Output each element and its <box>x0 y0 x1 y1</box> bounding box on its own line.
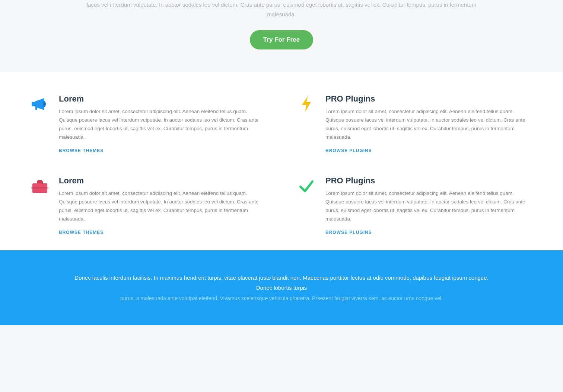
feature-desc-lorem-2: Lorem ipsum dolor sit amet, consectetur … <box>59 189 267 224</box>
browse-themes-link-1[interactable]: BROWSE THEMES <box>59 148 104 153</box>
feature-item-pro-plugins-2: PRO Plugins Lorem ipsum dolor sit amet, … <box>296 176 533 235</box>
feature-item-lorem-2: Lorem Lorem ipsum dolor sit amet, consec… <box>30 176 267 235</box>
feature-title-pro-plugins-1: PRO Plugins <box>325 94 533 104</box>
features-grid: Lorem Lorem ipsum dolor sit amet, consec… <box>30 94 533 235</box>
top-section: lacus vel interdum vulputate. In auctor … <box>0 0 563 72</box>
feature-desc-lorem-1: Lorem ipsum dolor sit amet, consectetur … <box>59 107 267 142</box>
lightning-icon <box>296 94 317 114</box>
feature-content-lorem-1: Lorem Lorem ipsum dolor sit amet, consec… <box>59 94 267 154</box>
svg-rect-5 <box>37 181 42 183</box>
svg-point-2 <box>43 101 46 107</box>
footer-text-secondary: purus, a malesuada ante volutpat eleifen… <box>74 294 489 303</box>
svg-rect-0 <box>32 102 35 106</box>
top-body-text: lacus vel interdum vulputate. In auctor … <box>74 0 489 19</box>
megaphone-icon <box>30 94 50 114</box>
feature-content-pro-plugins-1: PRO Plugins Lorem ipsum dolor sit amet, … <box>325 94 533 154</box>
footer-section: Donec iaculis interdum facilisis. In max… <box>0 250 563 325</box>
briefcase-icon <box>30 176 50 196</box>
feature-item-lorem-1: Lorem Lorem ipsum dolor sit amet, consec… <box>30 94 267 154</box>
feature-desc-pro-plugins-2: Lorem ipsum dolor sit amet, consectetur … <box>325 189 533 224</box>
features-section: Lorem Lorem ipsum dolor sit amet, consec… <box>0 72 563 250</box>
svg-rect-1 <box>35 106 37 110</box>
browse-plugins-link-1[interactable]: BROWSE PLUGINS <box>325 148 372 153</box>
feature-item-pro-plugins-1: PRO Plugins Lorem ipsum dolor sit amet, … <box>296 94 533 154</box>
feature-desc-pro-plugins-1: Lorem ipsum dolor sit amet, consectetur … <box>325 107 533 142</box>
browse-themes-link-2[interactable]: BROWSE THEMES <box>59 230 104 235</box>
browse-plugins-link-2[interactable]: BROWSE PLUGINS <box>325 230 372 235</box>
feature-content-lorem-2: Lorem Lorem ipsum dolor sit amet, consec… <box>59 176 267 235</box>
footer-text-primary: Donec iaculis interdum facilisis. In max… <box>74 273 489 293</box>
feature-title-lorem-2: Lorem <box>59 176 267 186</box>
feature-content-pro-plugins-2: PRO Plugins Lorem ipsum dolor sit amet, … <box>325 176 533 235</box>
svg-marker-3 <box>302 96 311 112</box>
feature-title-lorem-1: Lorem <box>59 94 267 104</box>
feature-title-pro-plugins-2: PRO Plugins <box>325 176 533 186</box>
try-for-free-button[interactable]: Try For Free <box>250 30 313 49</box>
svg-rect-6 <box>31 187 48 189</box>
checkmark-icon <box>296 176 317 196</box>
